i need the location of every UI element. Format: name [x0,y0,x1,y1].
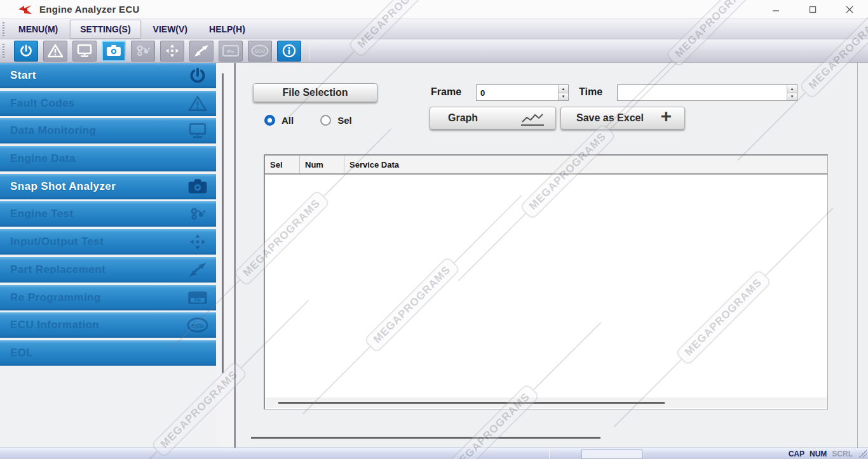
re-programming-button[interactable]: Fle [219,41,243,62]
sidebar-item-start[interactable]: Start [0,63,216,88]
num-lock-indicator: NUM [810,449,827,458]
power-button[interactable] [14,41,38,62]
column-header-num[interactable]: Num [300,156,344,173]
info-icon [282,44,296,58]
monitor-icon [77,44,92,58]
panel-hscrollbar-thumb[interactable] [251,437,600,439]
data-monitoring-button[interactable] [72,41,97,62]
plus-icon: + [660,105,672,127]
main-panel: File Selection All Sel Frame 0 ▲ ▼ Time … [236,63,868,448]
table-header: Sel Num Service Data [265,156,827,175]
warning-icon [48,44,63,58]
sidebar-item-engine-data[interactable]: Engine Data [0,146,216,171]
menu-bar: MENU(M) SETTING(S) VIEW(V) HELP(H) [0,19,868,39]
svg-text:Fle: Fle [194,297,201,303]
window-title: Engine Analyzer ECU [39,4,140,15]
main-right-edge [857,63,858,448]
file-box-icon: Fle [222,45,239,57]
file-selection-button[interactable]: File Selection [253,83,377,102]
title-bar: Engine Analyzer ECU [0,0,868,19]
frame-down-icon[interactable]: ▼ [559,93,568,101]
close-button[interactable] [831,0,868,19]
cross-arrows-icon [165,44,180,58]
filter-radio-group: All Sel [264,115,352,126]
time-up-icon[interactable]: ▲ [787,85,797,93]
frame-up-icon[interactable]: ▲ [559,85,568,93]
time-spinner[interactable]: ▲ ▼ [617,84,797,101]
sidebar-item-snapshot-analyzer[interactable]: Snap Shot Analyzer [0,174,216,199]
svg-text:Fle: Fle [227,49,234,55]
ecu-oval-icon: ECU [187,316,208,335]
column-header-service-data[interactable]: Service Data [344,156,827,173]
power-icon [187,66,208,85]
line-chart-icon [521,112,544,126]
sidebar-scrollbar-thumb[interactable] [222,73,224,373]
sidebar-item-data-monitoring[interactable]: Data Monitoring [0,118,216,143]
gears-icon [135,44,151,58]
camera-icon [187,177,208,196]
sidebar-item-ecu-information[interactable]: ECU Information ECU [0,312,216,338]
time-value[interactable] [618,85,787,100]
frame-value[interactable]: 0 [477,85,558,100]
sidebar-item-re-programming[interactable]: Re Programming Fle [0,285,216,310]
maximize-button[interactable] [794,0,831,19]
time-down-icon[interactable]: ▼ [787,93,797,101]
sidebar-item-fault-codes[interactable]: Fault Codes [0,91,216,116]
part-replacement-button[interactable] [189,41,214,62]
sidebar-item-engine-test[interactable]: Engine Test [0,201,216,227]
sidebar-item-eol[interactable]: EOL [0,340,216,366]
save-as-excel-button[interactable]: Save as Excel + [560,107,685,130]
fault-codes-button[interactable] [43,41,67,62]
statusbar-separator [549,449,550,458]
toolbar-separator [309,41,309,60]
radio-sel[interactable] [320,115,331,126]
snapshot-analyzer-button[interactable] [102,41,126,62]
sidebar-item-part-replacement[interactable]: Part Replacement [0,257,216,283]
sidebar: Start Fault Codes Data Monitoring Engine… [0,63,216,448]
column-header-sel[interactable]: Sel [265,156,300,173]
app-logo-icon [18,4,33,15]
save-excel-label: Save as Excel [576,112,644,124]
table-hscrollbar-thumb[interactable] [278,402,665,404]
engine-test-button[interactable] [131,41,155,62]
gears-icon [187,204,208,223]
menu-item-menu[interactable]: MENU(M) [9,20,67,38]
service-data-table: Sel Num Service Data [264,154,828,409]
table-hscrollbar-track[interactable] [266,397,827,408]
swap-arrow-icon [194,44,209,57]
frame-label: Frame [431,86,461,98]
cross-arrows-icon [187,232,208,251]
scroll-lock-indicator: SCRL [832,449,853,458]
resize-grip[interactable] [858,449,867,458]
graph-button[interactable]: Graph [430,107,556,130]
toolbar: Fle ECU [0,39,868,63]
menu-item-view[interactable]: VIEW(V) [144,20,197,38]
radio-sel-label: Sel [337,115,352,126]
frame-spinner[interactable]: 0 ▲ ▼ [476,84,569,101]
power-icon [19,44,33,58]
io-test-button[interactable] [160,41,184,62]
app-window: Engine Analyzer ECU MENU(M) SETTING(S) V… [0,0,868,459]
graph-button-label: Graph [448,112,478,124]
toolbar-grip [1,44,6,58]
radio-all[interactable] [264,115,275,126]
file-box-icon: Fle [187,288,208,307]
menu-item-settings[interactable]: SETTING(S) [70,20,140,39]
minimize-button[interactable] [757,0,794,19]
warning-icon [187,94,208,113]
camera-icon [106,44,121,57]
status-bar: CAP NUM SCRL [0,448,868,459]
svg-text:ECU: ECU [191,323,204,329]
info-button[interactable] [277,41,301,62]
swap-arrow-icon [187,260,208,279]
monitor-icon [187,121,208,140]
time-label: Time [579,86,602,98]
cap-lock-indicator: CAP [789,449,804,458]
ecu-oval-icon: ECU [251,44,269,57]
menu-item-help[interactable]: HELP(H) [200,20,255,38]
sidebar-item-io-test[interactable]: Input/Output Test [0,229,216,255]
menu-grip [1,22,6,36]
sidebar-scrollbar-track[interactable] [216,63,234,448]
ecu-information-button[interactable]: ECU [248,41,272,62]
svg-text:ECU: ECU [255,48,265,54]
